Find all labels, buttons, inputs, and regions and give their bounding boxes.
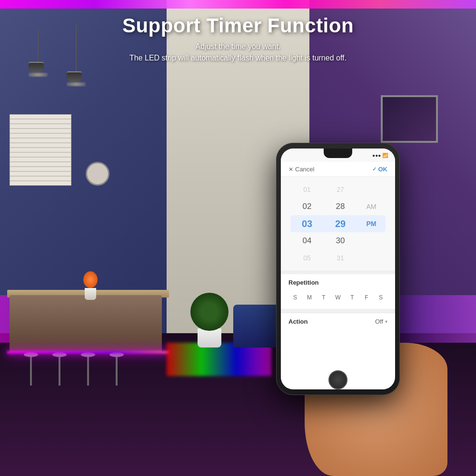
pm-option-selected: PM — [357, 215, 386, 232]
window-blind — [10, 114, 71, 186]
header-area: Support Timer Function Adjust the time y… — [0, 14, 476, 64]
plant — [190, 290, 228, 347]
ceiling-rgb-strip — [0, 0, 476, 9]
hour-05: 05 — [290, 249, 324, 267]
subtitle-line2: The LED strip will automatically flash w… — [129, 54, 347, 62]
min-28: 28 — [324, 198, 357, 215]
section-divider-2 — [281, 309, 395, 313]
ampm-spacer-2 — [357, 232, 386, 249]
picker-columns: 01 02 03 04 05 27 28 29 30 31 — [281, 177, 395, 270]
chevron-down-icon: ▾ — [385, 319, 387, 324]
days-row: S M T W T F S — [288, 291, 387, 304]
min-29-selected: 29 — [324, 215, 357, 232]
wall-clock — [86, 162, 109, 186]
counter-area — [10, 295, 162, 352]
day-thursday[interactable]: T — [346, 291, 359, 304]
cancel-label: Cancel — [295, 166, 314, 173]
cancel-x-icon: ✕ — [288, 166, 293, 173]
day-wednesday[interactable]: W — [331, 291, 345, 304]
wall-picture — [381, 95, 438, 143]
ampm-spacer-3 — [357, 249, 386, 267]
ampm-spacer-1 — [357, 181, 386, 198]
repetition-title: Repetition — [288, 279, 387, 286]
rgb-floor-rug — [167, 343, 271, 376]
screen-content: ●●● 📶 ✕ Cancel ✓ OK — [281, 149, 395, 389]
action-label: Action — [288, 318, 307, 325]
flower-vase — [83, 271, 98, 288]
status-bar-icons: ●●● 📶 — [372, 153, 388, 158]
phone-screen: ●●● 📶 ✕ Cancel ✓ OK — [281, 149, 395, 389]
subtitle: Adjust the time you want. The LED strip … — [0, 41, 476, 64]
min-31: 31 — [324, 249, 357, 267]
day-sunday[interactable]: S — [288, 291, 302, 304]
min-30: 30 — [324, 232, 357, 249]
hours-column[interactable]: 01 02 03 04 05 — [290, 181, 324, 267]
cancel-button[interactable]: ✕ Cancel — [288, 166, 314, 173]
ok-button[interactable]: ✓ OK — [372, 166, 388, 173]
day-friday[interactable]: F — [360, 291, 373, 304]
main-title: Support Timer Function — [0, 14, 476, 37]
time-picker[interactable]: 01 02 03 04 05 27 28 29 30 31 — [281, 177, 395, 270]
rgb-strip-counter — [7, 351, 169, 354]
subtitle-line1: Adjust the time you want. — [196, 42, 281, 50]
check-icon: ✓ — [372, 166, 377, 172]
section-divider-1 — [281, 270, 395, 274]
minutes-column[interactable]: 27 28 29 30 31 — [324, 181, 357, 267]
hour-01: 01 — [290, 181, 324, 198]
hour-02: 02 — [290, 198, 324, 215]
day-tuesday[interactable]: T — [317, 291, 330, 304]
hour-03-selected: 03 — [290, 215, 324, 232]
action-section: Action Off ▾ — [281, 313, 395, 330]
app-header: ✕ Cancel ✓ OK — [281, 162, 395, 177]
min-27: 27 — [324, 181, 357, 198]
ampm-column[interactable]: AM PM — [357, 181, 386, 267]
hour-04: 04 — [290, 232, 324, 249]
phone-notch — [324, 149, 352, 158]
action-value-row[interactable]: Off ▾ — [375, 318, 387, 325]
repetition-section: Repetition S M T W T F S — [281, 274, 395, 309]
day-monday[interactable]: M — [303, 291, 316, 304]
day-saturday[interactable]: S — [374, 291, 387, 304]
phone-home-button[interactable] — [328, 370, 347, 389]
action-value-text: Off — [375, 318, 383, 325]
am-option: AM — [357, 198, 386, 215]
ok-label: OK — [378, 166, 388, 173]
vase-body — [85, 288, 96, 300]
phone-wrapper: ●●● 📶 ✕ Cancel ✓ OK — [267, 143, 428, 476]
phone-device: ●●● 📶 ✕ Cancel ✓ OK — [276, 143, 400, 395]
